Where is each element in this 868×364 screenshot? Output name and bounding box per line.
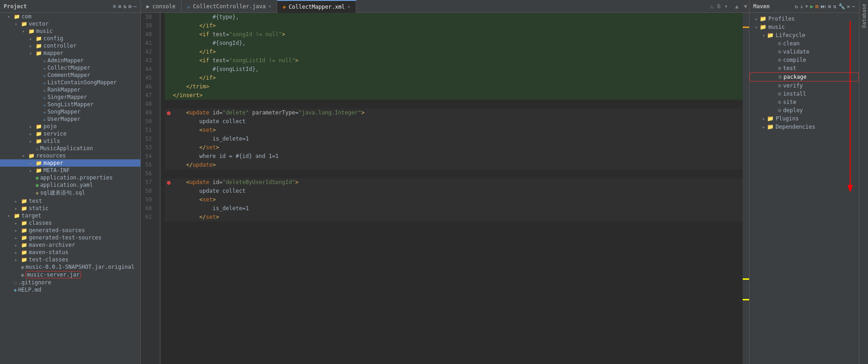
tree-item-target[interactable]: ▾📁target: [0, 212, 140, 219]
folder-arrow-maven-status[interactable]: ▸: [15, 250, 21, 255]
tree-item-pojo[interactable]: ▸📁pojo: [0, 123, 140, 130]
breakpoint-icon-57[interactable]: ●: [167, 178, 171, 187]
folder-arrow-maven-archiver[interactable]: ▸: [15, 243, 21, 248]
tree-item-music[interactable]: ▾📁music: [0, 27, 140, 35]
tree-item-SongListMapper[interactable]: ☕SongListMapper: [0, 101, 140, 108]
tree-item-static[interactable]: ▸📁static: [0, 205, 140, 212]
maven-align-icon[interactable]: ⇅: [833, 3, 836, 10]
database-tab[interactable]: Database: [859, 0, 868, 32]
maven-item-lifecycle[interactable]: ▾📁Lifecycle: [750, 31, 859, 39]
tree-item-META-INF[interactable]: ▸📁META-INF: [0, 167, 140, 174]
tree-item-jar-original[interactable]: ◉music-0.0.1-SNAPSHOT.jar.original: [0, 263, 140, 271]
tree-item-test-classes[interactable]: ▸📁test-classes: [0, 256, 140, 263]
tree-item-ListContainSongMapper[interactable]: ☕ListContainSongMapper: [0, 79, 140, 86]
maven-refresh-icon[interactable]: ↻: [795, 3, 798, 10]
tree-item-mapper[interactable]: ▾📁mapper: [0, 49, 140, 57]
scroll-down[interactable]: ▼: [742, 3, 749, 10]
folder-arrow-music[interactable]: ▾: [22, 29, 28, 34]
tab-close-xml[interactable]: ✕: [348, 4, 350, 9]
warning-count[interactable]: ⚠ 6 ▾: [706, 3, 731, 10]
tree-item-SongMapper[interactable]: ☕SongMapper: [0, 108, 140, 115]
sidebar-icon-1[interactable]: ⊙: [113, 3, 116, 10]
code-editor[interactable]: #{type}, </if> <if test="songId != null"…: [161, 13, 743, 364]
tree-item-maven-status[interactable]: ▸📁maven-status: [0, 249, 140, 256]
folder-arrow-test-classes[interactable]: ▸: [15, 257, 21, 262]
folder-arrow-service[interactable]: ▸: [29, 131, 36, 136]
folder-arrow-mapper-res[interactable]: ▸: [29, 161, 36, 166]
maven-arrow-lifecycle[interactable]: ▾: [762, 33, 765, 38]
maven-item-music[interactable]: ▾📁music: [750, 23, 859, 31]
maven-item-profiles[interactable]: ▸📁Profiles: [750, 15, 859, 23]
folder-arrow-generated-test-sources[interactable]: ▸: [15, 235, 21, 240]
maven-item-package[interactable]: ⚙package: [750, 72, 859, 81]
folder-arrow-controller[interactable]: ▸: [29, 43, 36, 49]
tree-item-AdminMapper[interactable]: ☕AdminMapper: [0, 57, 140, 64]
tree-item-UserMapper[interactable]: ☕UserMapper: [0, 115, 140, 123]
folder-arrow-vector[interactable]: ▾: [15, 22, 21, 27]
folder-arrow-resources[interactable]: ▾: [22, 153, 28, 158]
maven-minimize-icon[interactable]: —: [852, 3, 855, 10]
maven-arrow-dependencies[interactable]: ▸: [762, 125, 765, 130]
maven-run-icon[interactable]: ▶: [810, 3, 814, 10]
maven-item-compile[interactable]: ⚙compile: [750, 56, 859, 64]
tree-item-sql[interactable]: ◈sql建表语句.sql: [0, 189, 140, 197]
tree-item-resources[interactable]: ▾📁resources: [0, 152, 140, 159]
folder-arrow-pojo[interactable]: ▸: [29, 124, 36, 129]
tree-item-CollectMapper[interactable]: ☕CollectMapper: [0, 64, 140, 71]
tree-item-generated-test-sources[interactable]: ▸📁generated-test-sources: [0, 234, 140, 241]
maven-item-test[interactable]: ⚙test: [750, 64, 859, 72]
maven-item-deploy[interactable]: ⚙deploy: [750, 106, 859, 114]
sidebar-icon-4[interactable]: ⚙: [129, 3, 132, 10]
maven-close-icon[interactable]: ✕: [847, 3, 850, 10]
tab-controller-java[interactable]: ☕ CollectController.java ✕: [182, 0, 277, 13]
folder-arrow-target[interactable]: ▾: [7, 213, 14, 218]
tab-collect-mapper-xml[interactable]: ◆ CollectMapper.xml ✕: [277, 0, 356, 13]
sidebar-icon-3[interactable]: ⇅: [123, 3, 126, 10]
folder-arrow-mapper[interactable]: ▾: [29, 51, 36, 56]
maven-m-icon[interactable]: m: [815, 3, 819, 10]
maven-arrow-profiles[interactable]: ▸: [755, 16, 758, 22]
maven-item-verify[interactable]: ⚙verify: [750, 81, 859, 90]
tree-item-music-server-jar[interactable]: ◉music-server.jar: [0, 271, 140, 279]
folder-arrow-generated-sources[interactable]: ▸: [15, 228, 21, 233]
tree-item-application.properties[interactable]: ●application.properties: [0, 174, 140, 181]
maven-item-install[interactable]: ⚙install: [750, 90, 859, 98]
scroll-up[interactable]: ▲: [732, 3, 742, 10]
tree-item-utils[interactable]: ▸📁utils: [0, 137, 140, 145]
maven-add-icon[interactable]: +: [805, 3, 808, 10]
folder-arrow-META-INF[interactable]: ▸: [29, 168, 36, 173]
tab-console[interactable]: ▶ console: [141, 0, 182, 13]
breakpoint-icon-49[interactable]: ●: [167, 109, 171, 117]
folder-arrow-static[interactable]: ▸: [15, 206, 21, 211]
maven-skip-icon[interactable]: ⏭: [820, 3, 826, 10]
maven-item-plugins[interactable]: ▸📁Plugins: [750, 114, 859, 123]
maven-item-validate[interactable]: ⚙validate: [750, 48, 859, 56]
maven-settings-icon[interactable]: ≡: [828, 3, 831, 10]
folder-arrow-test[interactable]: ▸: [15, 199, 21, 204]
tree-item-SingerMapper[interactable]: ☕SingerMapper: [0, 93, 140, 101]
tree-item-classes[interactable]: ▸📁classes: [0, 219, 140, 227]
maven-item-dependencies[interactable]: ▸📁Dependencies: [750, 123, 859, 131]
folder-arrow-utils[interactable]: ▸: [29, 139, 36, 144]
folder-arrow-classes[interactable]: ▸: [15, 221, 21, 226]
folder-arrow-com[interactable]: ▾: [7, 14, 14, 19]
maven-tool-icon[interactable]: 🔧: [838, 3, 845, 10]
tree-item-vector[interactable]: ▾📁vector: [0, 20, 140, 27]
tab-close-controller[interactable]: ✕: [268, 4, 271, 9]
tree-item-config[interactable]: ▸📁config: [0, 35, 140, 42]
folder-arrow-config[interactable]: ▸: [29, 36, 36, 41]
tree-item-service[interactable]: ▸📁service: [0, 130, 140, 137]
sidebar-icon-5[interactable]: —: [134, 3, 137, 10]
tree-item-CommentMapper[interactable]: ☕CommentMapper: [0, 71, 140, 79]
maven-item-clean[interactable]: ⚙clean: [750, 39, 859, 48]
tree-item-RankMapper[interactable]: ☕RankMapper: [0, 86, 140, 93]
tree-item-gitignore[interactable]: ◌.gitignore: [0, 279, 140, 286]
maven-arrow-plugins[interactable]: ▸: [762, 116, 765, 121]
maven-download-icon[interactable]: ↓: [800, 3, 803, 10]
tree-item-generated-sources[interactable]: ▸📁generated-sources: [0, 227, 140, 234]
tree-item-MusicApplication[interactable]: ☕MusicApplication: [0, 145, 140, 152]
tree-item-com[interactable]: ▾📁com: [0, 13, 140, 20]
tree-item-controller[interactable]: ▸📁controller: [0, 42, 140, 49]
tree-item-HELP[interactable]: ◈HELP.md: [0, 286, 140, 293]
tree-item-application.yaml[interactable]: ●application.yaml: [0, 181, 140, 189]
